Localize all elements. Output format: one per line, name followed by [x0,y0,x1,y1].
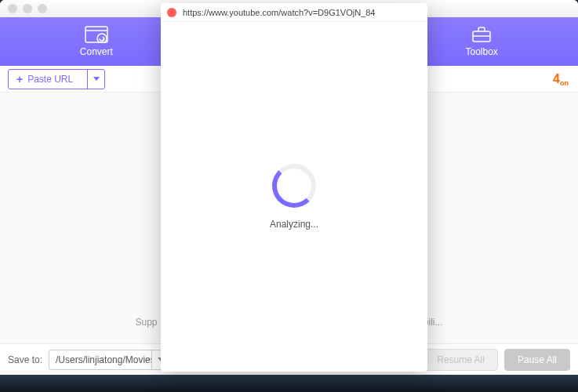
modal-body: Analyzing... [161,22,427,372]
traffic-light-minimize[interactable] [23,4,32,13]
modal-close-button[interactable] [167,8,176,17]
traffic-light-zoom[interactable] [38,4,47,13]
brand-badge[interactable]: on [553,72,570,86]
toolbox-icon [471,26,492,43]
tab-toolbox-label: Toolbox [465,46,497,57]
convert-icon [85,26,108,43]
save-to-label: Save to: [8,354,42,365]
traffic-light-close[interactable] [8,4,17,13]
paste-url-dropdown[interactable] [87,70,104,89]
pause-all-button[interactable]: Pause All [504,349,570,371]
modal-status-text: Analyzing... [270,219,318,230]
resume-all-button[interactable]: Resume All [424,349,498,371]
tab-convert-label: Convert [80,46,113,57]
save-path-value: /Users/linjiatong/Movies... [49,350,151,369]
modal-titlebar: https://www.youtube.com/watch?v=D9G1VOjN… [161,3,427,22]
loading-spinner-icon [272,164,316,208]
save-path-select[interactable]: /Users/linjiatong/Movies... [49,350,169,370]
paste-url-button[interactable]: Paste URL [8,69,105,89]
desktop-dock-strip [0,375,578,392]
svg-point-2 [97,34,107,43]
analyze-modal: https://www.youtube.com/watch?v=D9G1VOjN… [161,3,427,372]
modal-url-text: https://www.youtube.com/watch?v=D9G1VOjN… [183,8,375,17]
brand-suffix: on [560,79,569,87]
paste-url-label: Paste URL [27,74,73,85]
